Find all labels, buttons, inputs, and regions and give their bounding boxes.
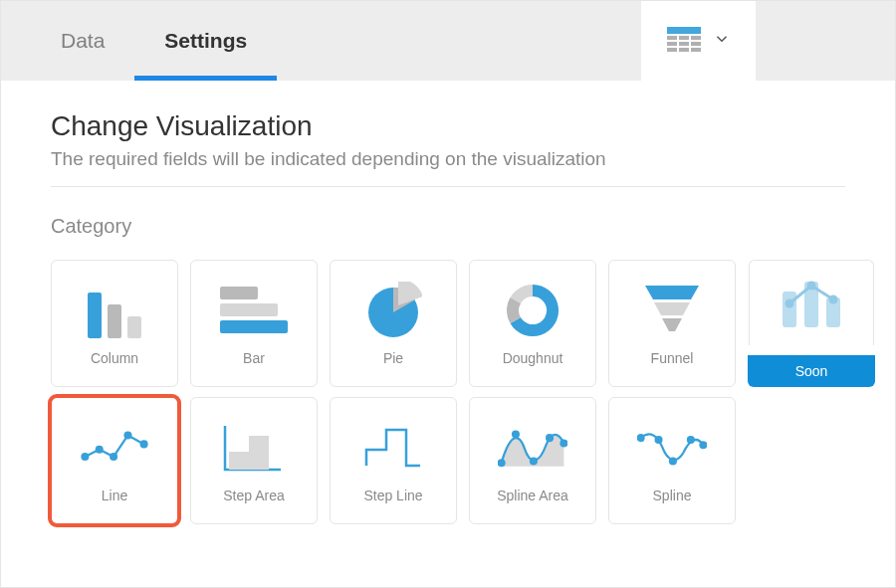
svg-rect-10 [88, 293, 102, 338]
svg-rect-20 [783, 292, 796, 327]
svg-rect-4 [667, 42, 677, 46]
svg-point-28 [110, 453, 117, 461]
tab-bar: Data Settings [1, 1, 895, 81]
divider [51, 186, 845, 187]
tile-pie[interactable]: Pie [330, 260, 457, 387]
tab-data[interactable]: Data [31, 1, 134, 81]
tile-label: Step Area [223, 488, 285, 503]
svg-point-27 [96, 446, 104, 454]
svg-rect-15 [220, 320, 288, 333]
svg-marker-17 [645, 286, 699, 299]
visualization-grid: Column Bar [51, 260, 845, 524]
tile-label: Line [102, 488, 127, 503]
svg-rect-11 [108, 304, 121, 338]
spline-area-chart-icon [498, 418, 567, 478]
svg-point-37 [655, 436, 663, 444]
soon-badge: Soon [748, 355, 875, 387]
svg-rect-1 [667, 36, 677, 40]
svg-rect-9 [691, 48, 701, 52]
tile-spline[interactable]: Spline [608, 397, 736, 524]
tile-soon[interactable]: Soon [748, 260, 875, 387]
tile-label: Funnel [651, 350, 694, 366]
step-area-chart-icon [219, 418, 289, 478]
spline-chart-icon [637, 418, 707, 478]
column-chart-icon [80, 281, 149, 340]
doughnut-chart-icon [498, 281, 567, 340]
svg-rect-13 [220, 287, 258, 299]
tab-settings[interactable]: Settings [134, 1, 277, 81]
pie-chart-icon [358, 281, 428, 340]
tile-label: Spline Area [497, 488, 568, 503]
svg-rect-7 [667, 48, 677, 52]
svg-rect-2 [679, 36, 689, 40]
line-chart-icon [80, 418, 149, 478]
svg-rect-8 [679, 48, 689, 52]
tile-funnel[interactable]: Funnel [608, 260, 736, 387]
tile-line[interactable]: Line [51, 397, 178, 524]
combo-chart-icon [777, 272, 846, 333]
settings-panel: Data Settings [0, 0, 896, 588]
svg-marker-18 [654, 302, 690, 315]
page-subtitle: The required fields will be indicated de… [51, 148, 845, 170]
funnel-chart-icon [637, 281, 707, 340]
tile-label: Doughnut [503, 350, 563, 366]
visualization-dropdown[interactable] [641, 1, 756, 81]
svg-point-39 [687, 436, 695, 444]
svg-rect-5 [679, 42, 689, 46]
svg-rect-3 [691, 36, 701, 40]
bar-chart-icon [219, 281, 289, 340]
tile-doughnut[interactable]: Doughnut [469, 260, 596, 387]
content-area: Change Visualization The required fields… [1, 81, 895, 544]
tile-label: Pie [383, 350, 403, 366]
svg-rect-6 [691, 42, 701, 46]
svg-point-33 [530, 457, 538, 465]
tile-spline-area[interactable]: Spline Area [469, 397, 596, 524]
table-grid-icon [667, 27, 701, 55]
tile-bar[interactable]: Bar [190, 260, 318, 387]
svg-point-32 [512, 431, 520, 439]
tile-column[interactable]: Column [51, 260, 178, 387]
svg-point-38 [669, 457, 677, 465]
category-heading: Category [51, 215, 845, 238]
svg-point-34 [546, 434, 554, 442]
svg-rect-14 [220, 303, 278, 316]
step-line-chart-icon [358, 418, 428, 478]
svg-rect-0 [667, 27, 701, 34]
chevron-down-icon [713, 30, 731, 52]
tile-label: Bar [243, 350, 265, 366]
tile-label: Column [91, 350, 138, 366]
svg-point-30 [140, 440, 148, 448]
page-title: Change Visualization [51, 110, 845, 142]
tile-label: Step Line [363, 488, 422, 503]
svg-point-29 [123, 431, 131, 439]
svg-marker-19 [662, 318, 682, 331]
tile-step-area[interactable]: Step Area [190, 397, 318, 524]
tile-step-line[interactable]: Step Line [330, 397, 457, 524]
tile-label: Spline [653, 488, 692, 503]
svg-point-26 [81, 453, 89, 461]
svg-rect-12 [127, 316, 141, 338]
